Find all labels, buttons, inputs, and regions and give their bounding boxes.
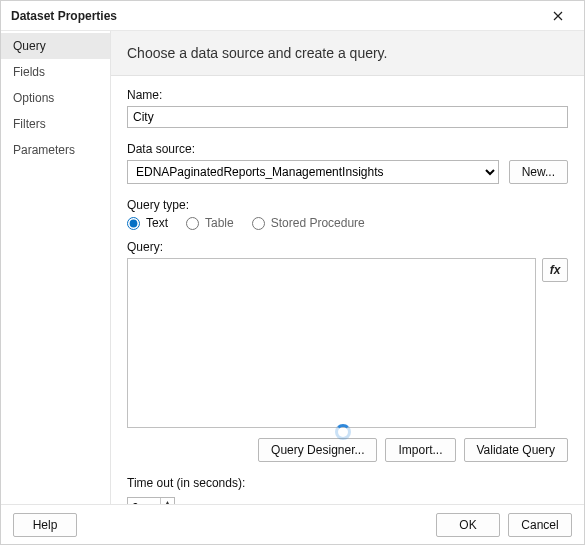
window-title: Dataset Properties <box>11 9 540 23</box>
sidebar-item-label: Options <box>13 91 54 105</box>
sidebar: Query Fields Options Filters Parameters <box>1 31 111 504</box>
sidebar-item-label: Filters <box>13 117 46 131</box>
sidebar-item-parameters[interactable]: Parameters <box>1 137 110 163</box>
cancel-button[interactable]: Cancel <box>508 513 572 537</box>
radio-text[interactable]: Text <box>127 216 168 230</box>
query-button-row: Query Designer... Import... Validate Que… <box>127 438 568 462</box>
footer: Help OK Cancel <box>1 504 584 544</box>
radio-text-input[interactable] <box>127 217 140 230</box>
name-label: Name: <box>127 88 568 102</box>
help-button[interactable]: Help <box>13 513 77 537</box>
radio-sp-input[interactable] <box>252 217 265 230</box>
querytype-label: Query type: <box>127 198 568 212</box>
timeout-stepper[interactable]: ▲ ▼ <box>127 497 175 504</box>
main-form: Name: Data source: EDNAPaginatedReports_… <box>111 76 584 504</box>
name-input[interactable] <box>127 106 568 128</box>
datasource-label: Data source: <box>127 142 568 156</box>
sidebar-item-fields[interactable]: Fields <box>1 59 110 85</box>
import-button[interactable]: Import... <box>385 438 455 462</box>
radio-table[interactable]: Table <box>186 216 234 230</box>
validate-query-button[interactable]: Validate Query <box>464 438 569 462</box>
expression-button[interactable]: fx <box>542 258 568 282</box>
sidebar-item-options[interactable]: Options <box>1 85 110 111</box>
query-textarea[interactable] <box>127 258 536 428</box>
sidebar-item-label: Fields <box>13 65 45 79</box>
querytype-radios: Text Table Stored Procedure <box>127 216 568 230</box>
page-title: Choose a data source and create a query. <box>127 45 387 61</box>
radio-label: Stored Procedure <box>271 216 365 230</box>
ok-button[interactable]: OK <box>436 513 500 537</box>
datasource-select[interactable]: EDNAPaginatedReports_ManagementInsights <box>127 160 499 184</box>
sidebar-item-label: Parameters <box>13 143 75 157</box>
loading-spinner-icon <box>335 424 351 440</box>
sidebar-item-query[interactable]: Query <box>1 33 110 59</box>
sidebar-item-label: Query <box>13 39 46 53</box>
new-datasource-button[interactable]: New... <box>509 160 568 184</box>
close-icon <box>553 11 563 21</box>
timeout-label: Time out (in seconds): <box>127 476 568 490</box>
fx-icon: fx <box>550 263 561 277</box>
query-designer-button[interactable]: Query Designer... <box>258 438 377 462</box>
sidebar-item-filters[interactable]: Filters <box>1 111 110 137</box>
close-button[interactable] <box>540 2 576 30</box>
dataset-properties-dialog: Dataset Properties Query Fields Options … <box>0 0 585 545</box>
radio-label: Table <box>205 216 234 230</box>
main-panel: Choose a data source and create a query.… <box>111 31 584 504</box>
dialog-body: Query Fields Options Filters Parameters … <box>1 31 584 504</box>
titlebar: Dataset Properties <box>1 1 584 31</box>
main-header: Choose a data source and create a query. <box>111 31 584 76</box>
radio-stored-procedure[interactable]: Stored Procedure <box>252 216 365 230</box>
radio-label: Text <box>146 216 168 230</box>
query-label: Query: <box>127 240 568 254</box>
radio-table-input[interactable] <box>186 217 199 230</box>
